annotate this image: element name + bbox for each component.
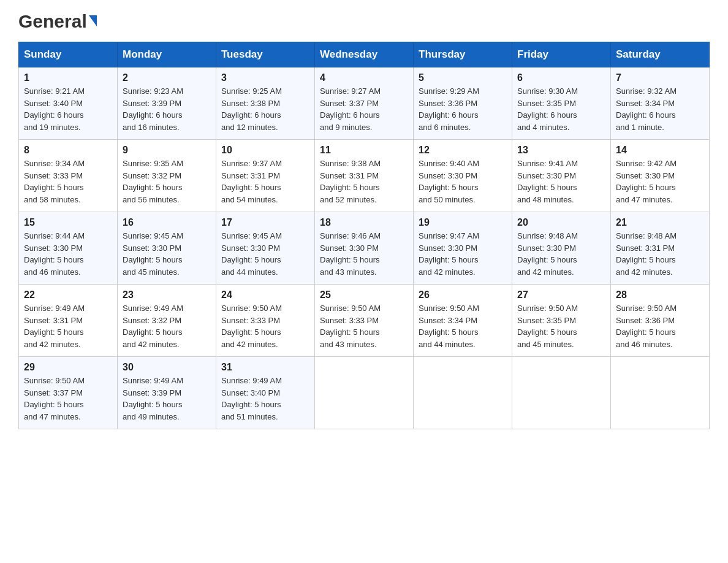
day-info: Sunrise: 9:48 AMSunset: 3:31 PMDaylight:…	[616, 230, 704, 278]
calendar-cell	[611, 357, 710, 429]
calendar-cell: 5Sunrise: 9:29 AMSunset: 3:36 PMDaylight…	[414, 67, 512, 140]
day-info: Sunrise: 9:40 AMSunset: 3:30 PMDaylight:…	[419, 158, 507, 205]
day-number: 23	[123, 289, 211, 301]
day-info: Sunrise: 9:50 AMSunset: 3:37 PMDaylight:…	[24, 375, 112, 423]
calendar-cell: 17Sunrise: 9:45 AMSunset: 3:30 PMDayligh…	[216, 212, 315, 285]
day-info: Sunrise: 9:48 AMSunset: 3:30 PMDaylight:…	[517, 230, 605, 278]
day-info: Sunrise: 9:49 AMSunset: 3:31 PMDaylight:…	[24, 302, 112, 350]
day-number: 4	[320, 72, 408, 83]
calendar-cell: 14Sunrise: 9:42 AMSunset: 3:30 PMDayligh…	[611, 140, 710, 212]
week-row-1: 1Sunrise: 9:21 AMSunset: 3:40 PMDaylight…	[19, 67, 710, 140]
day-info: Sunrise: 9:21 AMSunset: 3:40 PMDaylight:…	[24, 85, 112, 133]
day-info: Sunrise: 9:50 AMSunset: 3:33 PMDaylight:…	[221, 302, 309, 350]
calendar-cell: 28Sunrise: 9:50 AMSunset: 3:36 PMDayligh…	[611, 285, 710, 357]
calendar-cell: 11Sunrise: 9:38 AMSunset: 3:31 PMDayligh…	[315, 140, 414, 212]
calendar-cell: 7Sunrise: 9:32 AMSunset: 3:34 PMDaylight…	[611, 67, 710, 140]
day-info: Sunrise: 9:49 AMSunset: 3:40 PMDaylight:…	[221, 375, 309, 423]
day-number: 14	[616, 145, 704, 156]
calendar-cell: 25Sunrise: 9:50 AMSunset: 3:33 PMDayligh…	[315, 285, 414, 357]
calendar-cell: 12Sunrise: 9:40 AMSunset: 3:30 PMDayligh…	[414, 140, 512, 212]
day-info: Sunrise: 9:37 AMSunset: 3:31 PMDaylight:…	[221, 158, 309, 205]
column-header-sunday: Sunday	[19, 42, 118, 67]
day-number: 8	[24, 145, 112, 156]
calendar-cell: 9Sunrise: 9:35 AMSunset: 3:32 PMDaylight…	[118, 140, 216, 212]
day-info: Sunrise: 9:46 AMSunset: 3:30 PMDaylight:…	[320, 230, 408, 278]
calendar-cell	[315, 357, 414, 429]
calendar-cell: 22Sunrise: 9:49 AMSunset: 3:31 PMDayligh…	[19, 285, 118, 357]
day-number: 10	[221, 145, 309, 156]
day-info: Sunrise: 9:49 AMSunset: 3:32 PMDaylight:…	[123, 302, 211, 350]
day-number: 6	[517, 72, 605, 83]
column-header-friday: Friday	[512, 42, 611, 67]
day-number: 31	[221, 362, 309, 373]
logo: General	[18, 12, 97, 31]
column-header-thursday: Thursday	[414, 42, 512, 67]
calendar-cell: 13Sunrise: 9:41 AMSunset: 3:30 PMDayligh…	[512, 140, 611, 212]
day-number: 3	[221, 72, 309, 83]
calendar-cell	[512, 357, 611, 429]
day-number: 26	[419, 289, 507, 301]
day-number: 28	[616, 289, 704, 301]
calendar-cell: 2Sunrise: 9:23 AMSunset: 3:39 PMDaylight…	[118, 67, 216, 140]
day-number: 21	[616, 217, 704, 228]
calendar-cell: 4Sunrise: 9:27 AMSunset: 3:37 PMDaylight…	[315, 67, 414, 140]
day-number: 9	[123, 145, 211, 156]
week-row-5: 29Sunrise: 9:50 AMSunset: 3:37 PMDayligh…	[19, 357, 710, 429]
calendar-cell: 29Sunrise: 9:50 AMSunset: 3:37 PMDayligh…	[19, 357, 118, 429]
day-info: Sunrise: 9:32 AMSunset: 3:34 PMDaylight:…	[616, 85, 704, 133]
day-number: 29	[24, 362, 112, 373]
day-info: Sunrise: 9:49 AMSunset: 3:39 PMDaylight:…	[123, 375, 211, 423]
day-number: 5	[419, 72, 507, 83]
week-row-3: 15Sunrise: 9:44 AMSunset: 3:30 PMDayligh…	[19, 212, 710, 285]
day-number: 25	[320, 289, 408, 301]
day-number: 18	[320, 217, 408, 228]
calendar-header-row: SundayMondayTuesdayWednesdayThursdayFrid…	[19, 42, 710, 67]
day-info: Sunrise: 9:38 AMSunset: 3:31 PMDaylight:…	[320, 158, 408, 205]
calendar-cell: 10Sunrise: 9:37 AMSunset: 3:31 PMDayligh…	[216, 140, 315, 212]
day-number: 20	[517, 217, 605, 228]
day-number: 22	[24, 289, 112, 301]
page-header: General	[18, 12, 710, 31]
day-number: 19	[419, 217, 507, 228]
day-number: 30	[123, 362, 211, 373]
day-info: Sunrise: 9:50 AMSunset: 3:35 PMDaylight:…	[517, 302, 605, 350]
day-number: 12	[419, 145, 507, 156]
column-header-wednesday: Wednesday	[315, 42, 414, 67]
calendar-cell: 30Sunrise: 9:49 AMSunset: 3:39 PMDayligh…	[118, 357, 216, 429]
calendar-cell: 21Sunrise: 9:48 AMSunset: 3:31 PMDayligh…	[611, 212, 710, 285]
day-info: Sunrise: 9:34 AMSunset: 3:33 PMDaylight:…	[24, 158, 112, 205]
column-header-saturday: Saturday	[611, 42, 710, 67]
column-header-tuesday: Tuesday	[216, 42, 315, 67]
day-info: Sunrise: 9:44 AMSunset: 3:30 PMDaylight:…	[24, 230, 112, 278]
day-info: Sunrise: 9:29 AMSunset: 3:36 PMDaylight:…	[419, 85, 507, 133]
day-info: Sunrise: 9:35 AMSunset: 3:32 PMDaylight:…	[123, 158, 211, 205]
day-info: Sunrise: 9:45 AMSunset: 3:30 PMDaylight:…	[123, 230, 211, 278]
day-info: Sunrise: 9:45 AMSunset: 3:30 PMDaylight:…	[221, 230, 309, 278]
calendar-cell: 6Sunrise: 9:30 AMSunset: 3:35 PMDaylight…	[512, 67, 611, 140]
calendar-cell	[414, 357, 512, 429]
day-info: Sunrise: 9:47 AMSunset: 3:30 PMDaylight:…	[419, 230, 507, 278]
calendar-cell: 19Sunrise: 9:47 AMSunset: 3:30 PMDayligh…	[414, 212, 512, 285]
day-number: 27	[517, 289, 605, 301]
calendar-table: SundayMondayTuesdayWednesdayThursdayFrid…	[18, 42, 710, 429]
day-info: Sunrise: 9:23 AMSunset: 3:39 PMDaylight:…	[123, 85, 211, 133]
calendar-cell: 23Sunrise: 9:49 AMSunset: 3:32 PMDayligh…	[118, 285, 216, 357]
column-header-monday: Monday	[118, 42, 216, 67]
calendar-cell: 27Sunrise: 9:50 AMSunset: 3:35 PMDayligh…	[512, 285, 611, 357]
day-info: Sunrise: 9:50 AMSunset: 3:36 PMDaylight:…	[616, 302, 704, 350]
calendar-cell: 16Sunrise: 9:45 AMSunset: 3:30 PMDayligh…	[118, 212, 216, 285]
calendar-cell: 8Sunrise: 9:34 AMSunset: 3:33 PMDaylight…	[19, 140, 118, 212]
day-info: Sunrise: 9:41 AMSunset: 3:30 PMDaylight:…	[517, 158, 605, 205]
day-number: 11	[320, 145, 408, 156]
day-info: Sunrise: 9:42 AMSunset: 3:30 PMDaylight:…	[616, 158, 704, 205]
day-info: Sunrise: 9:27 AMSunset: 3:37 PMDaylight:…	[320, 85, 408, 133]
day-info: Sunrise: 9:50 AMSunset: 3:33 PMDaylight:…	[320, 302, 408, 350]
calendar-cell: 3Sunrise: 9:25 AMSunset: 3:38 PMDaylight…	[216, 67, 315, 140]
calendar-cell: 31Sunrise: 9:49 AMSunset: 3:40 PMDayligh…	[216, 357, 315, 429]
week-row-4: 22Sunrise: 9:49 AMSunset: 3:31 PMDayligh…	[19, 285, 710, 357]
day-number: 24	[221, 289, 309, 301]
day-info: Sunrise: 9:50 AMSunset: 3:34 PMDaylight:…	[419, 302, 507, 350]
day-info: Sunrise: 9:25 AMSunset: 3:38 PMDaylight:…	[221, 85, 309, 133]
calendar-cell: 18Sunrise: 9:46 AMSunset: 3:30 PMDayligh…	[315, 212, 414, 285]
calendar-cell: 1Sunrise: 9:21 AMSunset: 3:40 PMDaylight…	[19, 67, 118, 140]
